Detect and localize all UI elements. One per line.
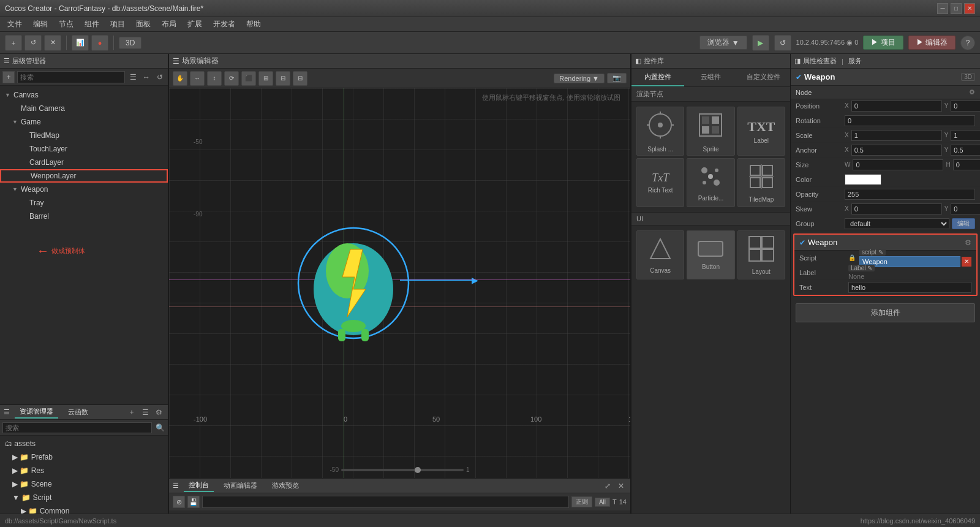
node-gear-icon[interactable]: ⚙ — [969, 88, 975, 96]
menu-node[interactable]: 节点 — [54, 18, 78, 31]
console-all-btn[interactable]: All — [595, 498, 610, 507]
add-node-btn[interactable]: + — [5, 35, 22, 51]
move-v-tool-btn[interactable]: ↕ — [207, 71, 222, 86]
comp-particle[interactable]: Particle... — [687, 158, 734, 207]
scale-track[interactable] — [341, 469, 464, 471]
comp-tiledmap[interactable]: TiledMap — [737, 158, 785, 207]
assets-tab-cloud[interactable]: 云函数 — [63, 406, 93, 418]
tree-game[interactable]: ▼ Game — [0, 115, 168, 129]
grid-btn[interactable]: ⊟ — [293, 71, 307, 86]
scene-canvas[interactable]: 使用鼠标右键平移视窗焦点, 使用滚轮缩放试图 -100 0 -50 50 100… — [169, 88, 630, 478]
tree-main-camera[interactable]: Main Camera — [0, 102, 168, 115]
tree-barrel[interactable]: Barrel — [0, 210, 168, 223]
assets-settings-btn[interactable]: ⚙ — [153, 407, 164, 418]
record-btn[interactable]: ● — [91, 35, 108, 51]
service-tab[interactable]: 服务 — [848, 56, 862, 66]
rotate-tool-btn[interactable]: ⟳ — [224, 71, 239, 86]
comp-canvas[interactable]: Canvas — [636, 230, 684, 279]
console-expand-btn[interactable]: ⤢ — [602, 480, 613, 491]
tree-canvas[interactable]: ▼ Canvas — [0, 88, 168, 102]
comp-rich-text[interactable]: TxT Rich Text — [636, 158, 684, 207]
hierarchy-search[interactable] — [17, 71, 125, 83]
tree-tray[interactable]: Tray — [0, 196, 168, 210]
comp-tab-builtin[interactable]: 内置控件 — [631, 69, 684, 86]
anchor-x-input[interactable] — [851, 145, 942, 156]
comp-label[interactable]: TXT Label — [737, 107, 785, 156]
tree-touchlayer[interactable]: TouchLayer — [0, 142, 168, 156]
hierarchy-expand-btn[interactable]: ↔ — [141, 72, 152, 83]
assets-scene[interactable]: ▶ 📁 Scene — [0, 477, 168, 491]
hand-tool-btn[interactable]: ✋ — [173, 71, 187, 86]
assets-list-btn[interactable]: ☰ — [140, 407, 151, 418]
console-input[interactable] — [202, 496, 569, 508]
camera-btn[interactable]: 📷 — [607, 73, 627, 83]
help-btn[interactable]: ? — [960, 36, 975, 50]
script-badge[interactable]: script ✎ — [859, 249, 886, 256]
group-select[interactable]: default — [845, 218, 949, 229]
menu-help[interactable]: 帮助 — [241, 18, 266, 31]
scale-tool-btn[interactable]: ⬛ — [241, 71, 256, 86]
console-clear-btn[interactable]: ⊘ — [173, 496, 185, 508]
position-x-input[interactable] — [851, 100, 942, 112]
label-badge[interactable]: Label ✎ — [848, 265, 875, 271]
comp-button[interactable]: Button — [687, 230, 734, 279]
editor-run-btn[interactable]: ▶ 编辑器 — [908, 36, 956, 50]
comp-sprite[interactable]: Sprite — [687, 107, 734, 156]
game-preview-tab[interactable]: 游戏预览 — [267, 480, 304, 491]
menu-component[interactable]: 组件 — [80, 18, 104, 31]
menu-edit[interactable]: 编辑 — [28, 18, 53, 31]
tree-tiledmap[interactable]: TiledMap — [0, 129, 168, 142]
close-btn[interactable]: ✕ — [964, 3, 975, 14]
snap-btn[interactable]: ⊟ — [276, 71, 290, 86]
comp-tab-cloud[interactable]: 云组件 — [684, 69, 737, 86]
minimize-btn[interactable]: ─ — [937, 3, 948, 14]
close-scene-btn[interactable]: ✕ — [44, 35, 61, 51]
refresh2-btn[interactable]: ↺ — [774, 35, 791, 51]
browser-btn[interactable]: 浏览器 ▼ — [699, 36, 747, 50]
skew-x-input[interactable] — [851, 203, 942, 214]
comp-splash[interactable]: Splash ... — [636, 107, 684, 156]
comp-tab-custom[interactable]: 自定义控件 — [737, 69, 790, 86]
size-w-input[interactable] — [853, 159, 943, 170]
hierarchy-settings-btn[interactable]: ↺ — [154, 72, 165, 83]
menu-file[interactable]: 文件 — [2, 18, 27, 31]
size-h-input[interactable] — [953, 159, 980, 170]
play-btn[interactable]: ▶ — [752, 35, 769, 51]
move-tool-btn[interactable]: ↔ — [190, 71, 205, 86]
assets-folder[interactable]: 🗂 assets — [0, 437, 168, 450]
menu-project[interactable]: 项目 — [105, 18, 130, 31]
rotation-input[interactable] — [845, 115, 975, 126]
assets-tab-main[interactable]: 资源管理器 — [15, 406, 58, 419]
maximize-btn[interactable]: □ — [951, 3, 962, 14]
menu-developer[interactable]: 开发者 — [208, 18, 240, 31]
assets-prefab[interactable]: ▶ 📁 Prefab — [0, 450, 168, 464]
menu-panel[interactable]: 面板 — [131, 18, 156, 31]
weapon-comp-gear-icon[interactable]: ⚙ — [965, 238, 971, 247]
opacity-input[interactable] — [845, 189, 975, 200]
assets-search[interactable] — [2, 422, 152, 433]
group-edit-btn[interactable]: 编辑 — [952, 218, 975, 229]
assets-search-btn[interactable]: 🔍 — [154, 422, 165, 433]
scale-y-input[interactable] — [951, 130, 980, 141]
anchor-y-input[interactable] — [951, 145, 980, 156]
console-regex-btn[interactable]: 正则 — [571, 496, 592, 507]
menu-layout[interactable]: 布局 — [157, 18, 181, 31]
add-component-btn[interactable]: 添加组件 — [796, 303, 975, 322]
tree-weapon[interactable]: ▼ Weapon — [0, 183, 168, 196]
menu-extend[interactable]: 扩展 — [183, 18, 207, 31]
rendering-btn[interactable]: Rendering ▼ — [554, 74, 605, 83]
anim-tab[interactable]: 动画编辑器 — [219, 480, 262, 491]
console-close-btn[interactable]: ✕ — [616, 480, 627, 491]
position-y-input[interactable] — [951, 100, 980, 112]
color-swatch[interactable] — [845, 174, 881, 185]
rect-tool-btn[interactable]: ⊞ — [258, 71, 273, 86]
refresh-btn[interactable]: ↺ — [24, 35, 42, 51]
console-save-btn[interactable]: 💾 — [187, 496, 200, 508]
hierarchy-add-btn[interactable]: + — [2, 71, 15, 83]
hierarchy-view-btn[interactable]: ☰ — [127, 72, 138, 83]
stats-btn[interactable]: 📊 — [72, 35, 89, 51]
scale-x-input[interactable] — [851, 130, 942, 141]
tree-weaponlayer[interactable]: WenponLayer — [0, 169, 168, 183]
project-run-btn[interactable]: ▶ 项目 — [863, 36, 903, 50]
console-tab[interactable]: 控制台 — [184, 479, 214, 492]
